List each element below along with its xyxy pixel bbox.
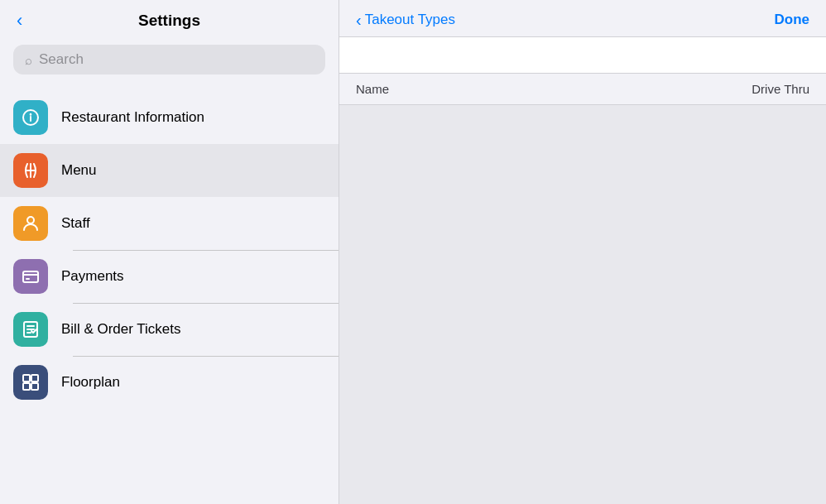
payments-icon xyxy=(13,259,48,294)
bill-order-tickets-icon xyxy=(13,312,48,347)
table-col-drive: Drive Thru xyxy=(752,82,809,96)
menu-icon xyxy=(13,153,48,188)
menu-item-payments[interactable]: Payments xyxy=(0,250,339,303)
back-button-left[interactable]: ‹ xyxy=(13,8,26,33)
back-button-right[interactable]: ‹ Takeout Types xyxy=(356,12,455,28)
svg-rect-14 xyxy=(31,375,38,382)
svg-rect-15 xyxy=(23,383,30,390)
menu-item-restaurant-information[interactable]: Restaurant Information xyxy=(0,91,339,144)
left-header: ‹ Settings xyxy=(0,0,339,38)
right-subheader xyxy=(339,37,826,74)
restaurant-information-label: Restaurant Information xyxy=(61,109,204,126)
svg-rect-6 xyxy=(23,271,38,282)
search-box[interactable]: ⌕ Search xyxy=(13,45,325,74)
staff-label: Staff xyxy=(61,215,90,232)
svg-point-5 xyxy=(27,217,34,223)
menu-item-floorplan[interactable]: Floorplan xyxy=(0,356,339,409)
table-content xyxy=(339,105,826,504)
search-icon: ⌕ xyxy=(25,53,32,67)
bill-order-tickets-label: Bill & Order Tickets xyxy=(61,321,181,338)
table-col-name: Name xyxy=(356,82,389,96)
staff-icon xyxy=(13,206,48,241)
settings-title: Settings xyxy=(138,12,200,30)
left-panel: ‹ Settings ⌕ Search Restaurant Informati… xyxy=(0,0,339,504)
right-back-label: Takeout Types xyxy=(365,12,455,28)
done-button[interactable]: Done xyxy=(775,12,810,28)
back-arrow-icon: ‹ xyxy=(356,12,362,28)
table-header: Name Drive Thru xyxy=(339,74,826,105)
search-container: ⌕ Search xyxy=(0,38,339,84)
floorplan-label: Floorplan xyxy=(61,374,120,391)
menu-list: Restaurant Information Menu xyxy=(0,84,339,504)
menu-item-staff[interactable]: Staff xyxy=(0,197,339,250)
restaurant-information-icon xyxy=(13,100,48,135)
menu-item-bill-order-tickets[interactable]: Bill & Order Tickets xyxy=(0,303,339,356)
menu-item-menu[interactable]: Menu xyxy=(0,144,339,197)
floorplan-icon xyxy=(13,365,48,400)
menu-label: Menu xyxy=(61,162,97,179)
right-panel: ‹ Takeout Types Done Name Drive Thru xyxy=(339,0,826,504)
svg-rect-13 xyxy=(23,375,30,382)
search-placeholder-text: Search xyxy=(39,51,84,68)
right-header: ‹ Takeout Types Done xyxy=(339,0,826,37)
payments-label: Payments xyxy=(61,268,124,285)
svg-rect-16 xyxy=(31,383,38,390)
